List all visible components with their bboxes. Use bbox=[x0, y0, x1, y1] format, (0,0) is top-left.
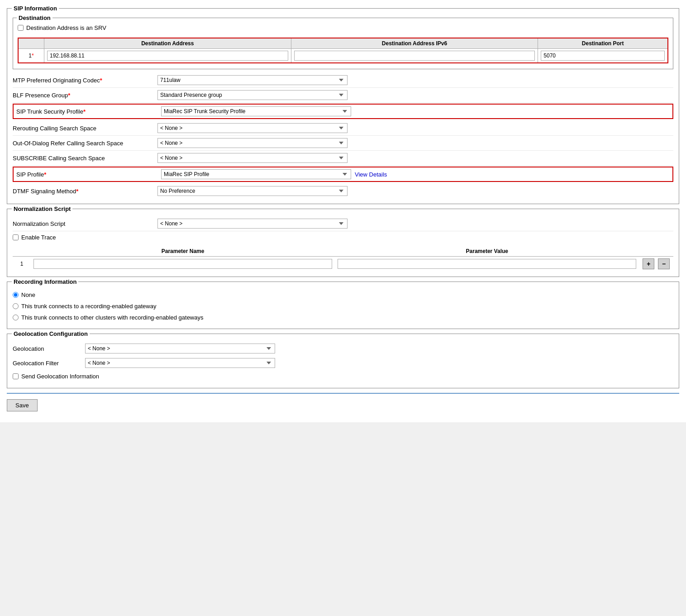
normalization-params-table: Parameter Name Parameter Value 1 + − bbox=[13, 246, 673, 271]
sip-field-row-blf-presence: BLF Presence Group*Standard Presence gro… bbox=[13, 88, 673, 103]
sip-field-row-out-of-dialog-css: Out-Of-Dialog Refer Calling Search Space… bbox=[13, 136, 673, 151]
enable-trace-checkbox[interactable] bbox=[13, 234, 19, 240]
norm-param-btns-cell: + − bbox=[639, 257, 673, 272]
destination-section: Destination Destination Address is an SR… bbox=[13, 18, 673, 69]
sip-field-wrap-out-of-dialog-css: < None > bbox=[157, 138, 673, 148]
sip-fields: MTP Preferred Originating Codec*711ulawB… bbox=[13, 73, 673, 198]
sip-field-select-subscribe-css[interactable]: < None > bbox=[157, 153, 348, 163]
recording-option-row-rec-none: None bbox=[13, 289, 673, 301]
geo-field-row-geolocation-filter: Geolocation Filter< None > bbox=[13, 356, 673, 370]
dest-addr-input[interactable] bbox=[47, 51, 288, 61]
dest-port-input[interactable] bbox=[541, 51, 665, 61]
dest-ipv6-cell bbox=[291, 49, 538, 63]
sip-field-label-dtmf-signaling: DTMF Signaling Method* bbox=[13, 188, 157, 195]
normalization-script-select[interactable]: < None > bbox=[157, 219, 348, 229]
sip-field-wrap-mtp-codec: 711ulaw bbox=[157, 75, 673, 85]
sip-field-row-dtmf-signaling: DTMF Signaling Method*No Preference bbox=[13, 184, 673, 198]
sip-field-wrap-dtmf-signaling: No Preference bbox=[157, 186, 673, 196]
recording-label-rec-clusters: This trunk connects to other clusters wi… bbox=[21, 314, 203, 321]
sip-field-wrap-sip-profile: MiaRec SIP ProfileView Details bbox=[161, 169, 670, 179]
sip-field-label-subscribe-css: SUBSCRIBE Calling Search Space bbox=[13, 155, 157, 162]
normalization-title: Normalization Script bbox=[12, 205, 72, 212]
dest-table-ipv6-header: Destination Address IPv6 bbox=[291, 38, 538, 49]
sip-field-label-sip-trunk-security: SIP Trunk Security Profile* bbox=[16, 108, 161, 115]
destination-table: Destination Address Destination Address … bbox=[18, 38, 668, 63]
recording-option-row-rec-gateway: This trunk connects to a recording-enabl… bbox=[13, 301, 673, 312]
norm-param-name-cell bbox=[31, 257, 335, 272]
sip-info-title: SIP Information bbox=[12, 5, 59, 12]
sip-information-section: SIP Information Destination Destination … bbox=[7, 8, 679, 204]
param-value-col: Parameter Value bbox=[335, 246, 639, 257]
geo-select-geolocation[interactable]: < None > bbox=[85, 344, 275, 353]
dest-row-num: 1* bbox=[18, 49, 44, 63]
norm-param-value-cell bbox=[335, 257, 639, 272]
enable-trace-label: Enable Trace bbox=[21, 234, 56, 241]
sip-field-wrap-sip-trunk-security: MiaRec SIP Trunk Security Profile bbox=[161, 106, 670, 116]
geolocation-title: Geolocation Configuration bbox=[12, 330, 90, 337]
dest-table-row: 1* bbox=[18, 49, 668, 63]
sip-field-wrap-subscribe-css: < None > bbox=[157, 153, 673, 163]
norm-row-num: 1 bbox=[13, 257, 31, 272]
sip-field-label-sip-profile: SIP Profile* bbox=[16, 171, 161, 178]
sip-field-select-rerouting-css[interactable]: < None > bbox=[157, 123, 348, 133]
recording-radio-rec-none[interactable] bbox=[13, 292, 19, 298]
sip-field-row-sip-trunk-security: SIP Trunk Security Profile*MiaRec SIP Tr… bbox=[13, 104, 673, 119]
param-name-col: Parameter Name bbox=[31, 246, 335, 257]
enable-trace-row: Enable Trace bbox=[13, 231, 673, 244]
normalization-script-row: Normalization Script < None > bbox=[13, 216, 673, 231]
recording-label-rec-gateway: This trunk connects to a recording-enabl… bbox=[21, 303, 156, 310]
sip-field-link-sip-profile[interactable]: View Details bbox=[355, 171, 387, 178]
sip-field-label-out-of-dialog-css: Out-Of-Dialog Refer Calling Search Space bbox=[13, 140, 157, 147]
sip-field-row-subscribe-css: SUBSCRIBE Calling Search Space< None > bbox=[13, 151, 673, 166]
sip-field-select-blf-presence[interactable]: Standard Presence group bbox=[157, 90, 348, 100]
geo-field-row-geolocation: Geolocation< None > bbox=[13, 341, 673, 356]
sip-field-row-mtp-codec: MTP Preferred Originating Codec*711ulaw bbox=[13, 73, 673, 88]
recording-radio-rec-clusters[interactable] bbox=[13, 315, 19, 320]
geo-label-geolocation: Geolocation bbox=[13, 345, 85, 352]
sip-field-label-mtp-codec: MTP Preferred Originating Codec* bbox=[13, 77, 157, 84]
norm-add-btn[interactable]: + bbox=[643, 258, 654, 269]
recording-radio-rec-gateway[interactable] bbox=[13, 303, 19, 309]
destination-title: Destination bbox=[17, 14, 52, 21]
send-geo-label: Send Geolocation Information bbox=[21, 373, 99, 380]
norm-param-value-input[interactable] bbox=[338, 259, 636, 269]
send-geo-row: Send Geolocation Information bbox=[13, 370, 673, 382]
dest-table-port-header: Destination Port bbox=[538, 38, 668, 49]
normalization-script-label: Normalization Script bbox=[13, 220, 157, 227]
recording-section: Recording Information None This trunk co… bbox=[7, 282, 679, 329]
sip-field-select-dtmf-signaling[interactable]: No Preference bbox=[157, 186, 348, 196]
geo-select-geolocation-filter[interactable]: < None > bbox=[85, 358, 275, 368]
norm-remove-btn[interactable]: − bbox=[658, 258, 670, 269]
norm-param-row: 1 + − bbox=[13, 257, 673, 272]
srv-checkbox-row: Destination Address is an SRV bbox=[18, 22, 668, 34]
sip-field-wrap-blf-presence: Standard Presence group bbox=[157, 90, 673, 100]
srv-checkbox[interactable] bbox=[18, 25, 24, 31]
sip-field-select-mtp-codec[interactable]: 711ulaw bbox=[157, 75, 348, 85]
sip-field-label-blf-presence: BLF Presence Group* bbox=[13, 92, 157, 99]
dest-ipv6-input[interactable] bbox=[294, 51, 535, 61]
save-bar: Save bbox=[7, 393, 679, 413]
geo-label-geolocation-filter: Geolocation Filter bbox=[13, 360, 85, 367]
sip-field-select-sip-profile[interactable]: MiaRec SIP Profile bbox=[161, 169, 351, 179]
sip-field-select-out-of-dialog-css[interactable]: < None > bbox=[157, 138, 348, 148]
dest-table-addr-header: Destination Address bbox=[44, 38, 291, 49]
recording-title: Recording Information bbox=[12, 278, 78, 285]
sip-field-row-sip-profile: SIP Profile*MiaRec SIP ProfileView Detai… bbox=[13, 167, 673, 182]
sip-field-select-sip-trunk-security[interactable]: MiaRec SIP Trunk Security Profile bbox=[161, 106, 351, 116]
save-button[interactable]: Save bbox=[7, 399, 38, 411]
srv-checkbox-label: Destination Address is an SRV bbox=[26, 24, 106, 31]
normalization-section: Normalization Script Normalization Scrip… bbox=[7, 209, 679, 277]
send-geo-checkbox[interactable] bbox=[13, 373, 19, 379]
sip-field-wrap-rerouting-css: < None > bbox=[157, 123, 673, 133]
sip-field-row-rerouting-css: Rerouting Calling Search Space< None > bbox=[13, 121, 673, 136]
dest-port-cell bbox=[538, 49, 668, 63]
recording-label-rec-none: None bbox=[21, 291, 35, 298]
sip-field-label-rerouting-css: Rerouting Calling Search Space bbox=[13, 125, 157, 132]
norm-param-name-input[interactable] bbox=[33, 259, 332, 269]
geolocation-section: Geolocation Configuration Geolocation< N… bbox=[7, 334, 679, 388]
recording-option-row-rec-clusters: This trunk connects to other clusters wi… bbox=[13, 312, 673, 323]
dest-addr-cell bbox=[44, 49, 291, 63]
dest-table-num-col bbox=[18, 38, 44, 49]
